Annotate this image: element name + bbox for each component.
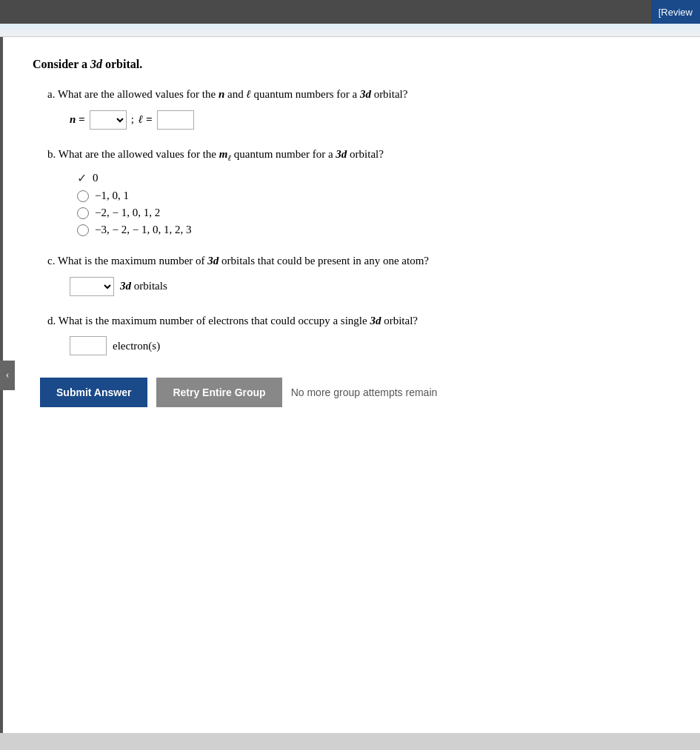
- action-buttons: Submit Answer Retry Entire Group No more…: [40, 378, 670, 407]
- option-3-label: −3, − 2, − 1, 0, 1, 2, 3: [95, 224, 191, 236]
- top-bar: [Review: [0, 0, 700, 24]
- submit-button[interactable]: Submit Answer: [40, 378, 147, 407]
- option-3[interactable]: −3, − 2, − 1, 0, 1, 2, 3: [77, 224, 670, 236]
- main-content: Consider a 3d orbital. a. What are the a…: [0, 37, 700, 733]
- part-c-label: c. What is the maximum number of 3d orbi…: [47, 252, 670, 269]
- part-b-options: ✓ 0 −1, 0, 1 −2, − 1, 0, 1, 2 −3, − 2, −…: [77, 171, 670, 236]
- semicolon-separator: ;: [131, 113, 134, 126]
- option-2[interactable]: −2, − 1, 0, 1, 2: [77, 207, 670, 219]
- option-1[interactable]: −1, 0, 1: [77, 190, 670, 202]
- n-label: n =: [70, 113, 85, 126]
- n-dropdown[interactable]: 1 2 3 4 5: [90, 110, 127, 130]
- check-icon: ✓: [77, 171, 87, 185]
- ell-input[interactable]: [157, 110, 194, 130]
- option-2-label: −2, − 1, 0, 1, 2: [95, 207, 160, 219]
- part-b-label: b. What are the allowed values for the m…: [47, 146, 670, 164]
- part-a: a. What are the allowed values for the n…: [47, 86, 670, 130]
- part-d-label: d. What is the maximum number of electro…: [47, 312, 670, 329]
- option-1-label: −1, 0, 1: [95, 190, 129, 202]
- orbital-suffix-label: 3d orbitals: [120, 280, 167, 292]
- option-1-radio[interactable]: [77, 190, 89, 202]
- part-d-input: electron(s): [70, 336, 670, 355]
- orbital-count-dropdown[interactable]: 1 3 5 7: [70, 277, 114, 296]
- part-a-label: a. What are the allowed values for the n…: [47, 86, 670, 103]
- part-a-inputs: n = 1 2 3 4 5 ; ℓ =: [70, 110, 670, 130]
- problem-title: Consider a 3d orbital.: [33, 58, 670, 71]
- part-d: d. What is the maximum number of electro…: [47, 312, 670, 356]
- option-2-radio[interactable]: [77, 207, 89, 219]
- retry-button[interactable]: Retry Entire Group: [156, 378, 281, 407]
- ell-label: ℓ =: [139, 113, 153, 126]
- part-c-input: 1 3 5 7 3d orbitals: [70, 277, 670, 296]
- option-0-text: 0: [93, 172, 99, 184]
- option-3-radio[interactable]: [77, 224, 89, 236]
- wave-bar: [0, 24, 700, 37]
- electron-suffix-label: electron(s): [113, 340, 160, 352]
- part-b: b. What are the allowed values for the m…: [47, 146, 670, 237]
- no-attempts-text: No more group attempts remain: [291, 386, 438, 398]
- part-c: c. What is the maximum number of 3d orbi…: [47, 252, 670, 296]
- review-button[interactable]: [Review: [651, 0, 700, 24]
- electron-count-input[interactable]: [70, 336, 107, 355]
- option-0[interactable]: ✓ 0: [77, 171, 670, 185]
- left-arrow-button[interactable]: ‹: [0, 361, 15, 390]
